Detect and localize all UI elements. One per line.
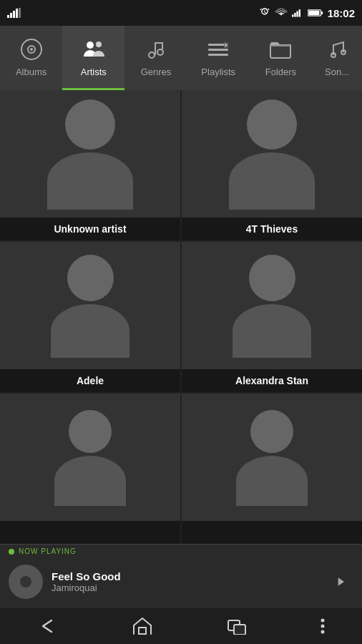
mobile-signal-icon [292,8,303,18]
svg-rect-7 [296,11,298,17]
artist-name-adele: Adele [0,369,180,392]
svg-point-33 [321,619,325,623]
track-info: Feel So Good Jamiroquai [52,570,319,593]
svg-rect-4 [19,8,21,18]
tab-artists[interactable]: Artists [62,26,124,90]
svg-rect-3 [16,9,18,18]
songs-icon [324,36,350,62]
artist-cell-6[interactable] [182,394,362,544]
svg-rect-11 [308,11,319,15]
svg-rect-27 [270,45,290,47]
artist-cell-alexandra-stan[interactable]: Alexandra Stan [182,242,362,392]
tab-playlists[interactable]: Playlists [187,26,250,90]
svg-point-16 [96,42,102,47]
artist-cell-5[interactable] [0,394,180,544]
chevron-right-icon [333,575,348,589]
playlists-icon [205,36,231,62]
tab-albums[interactable]: Albums [0,26,62,90]
svg-point-17 [149,52,155,58]
now-playing-bar[interactable]: NOW PLAYING Feel So Good Jamiroquai [0,544,362,608]
artist-name-unknown: Unknown artist [0,218,180,240]
artists-icon [81,36,107,62]
tab-artists-label: Artists [81,67,107,77]
now-playing-label: NOW PLAYING [19,547,77,555]
svg-rect-2 [13,11,15,18]
battery-icon [308,9,323,17]
artist-avatar-unknown [0,90,180,219]
svg-rect-8 [298,9,300,16]
svg-rect-20 [162,42,163,49]
artist-avatar-6 [182,394,362,522]
artist-avatar-alexandra-stan [182,242,362,371]
more-options-button[interactable] [321,618,325,635]
alarm-icon [259,7,270,19]
more-icon [321,618,325,635]
tab-songs-label: Son... [325,67,349,77]
home-button[interactable] [132,617,152,635]
tab-albums-label: Albums [16,67,47,77]
track-artist: Jamiroquai [52,582,319,593]
artist-avatar-5 [0,394,180,522]
back-button[interactable] [37,618,59,635]
tab-folders-label: Folders [265,67,296,77]
svg-rect-5 [292,14,293,16]
svg-point-35 [321,630,325,634]
tab-songs[interactable]: Son... [312,26,362,90]
status-time: 18:02 [328,7,355,19]
svg-rect-10 [321,11,323,14]
now-playing-content[interactable]: Feel So Good Jamiroquai [0,555,362,608]
recents-icon [227,618,247,635]
track-title: Feel So Good [52,570,319,582]
artist-cell-adele[interactable]: Adele [0,242,180,392]
tab-playlists-label: Playlists [201,67,235,77]
recents-button[interactable] [227,618,247,635]
artist-name-6 [182,521,362,544]
album-art [9,565,43,599]
artist-cell-unknown[interactable]: Unknown artist [0,90,180,240]
svg-rect-24 [208,54,228,56]
svg-rect-30 [139,628,146,634]
signal-bars-icon [7,8,21,18]
now-playing-dot [9,549,14,555]
svg-point-34 [321,625,325,628]
home-icon [132,617,152,635]
svg-point-15 [87,42,94,49]
artist-name-4t-thieves: 4T Thieves [182,218,362,240]
artist-avatar-4t-thieves [182,90,362,219]
bottom-nav-bar [0,608,362,644]
svg-rect-0 [7,15,9,18]
svg-point-21 [157,49,163,55]
artist-cell-4t-thieves[interactable]: 4T Thieves [182,90,362,240]
svg-rect-32 [234,625,245,635]
album-art-inner [20,576,31,587]
artists-grid: Unknown artist 4T Thieves Adele [0,90,362,544]
play-next-button[interactable] [328,569,353,595]
genres-icon [143,36,169,62]
svg-point-14 [30,48,33,51]
albums-icon [19,36,44,62]
artist-name-5 [0,521,180,544]
tab-genres-label: Genres [141,67,172,77]
svg-rect-18 [155,42,156,55]
tab-folders[interactable]: Folders [250,26,312,90]
wifi-icon [275,8,288,18]
svg-rect-6 [294,13,295,17]
artist-avatar-adele [0,242,180,371]
now-playing-label-row: NOW PLAYING [0,545,362,555]
svg-rect-23 [208,49,228,51]
status-bar: 18:02 [0,0,362,26]
tab-genres[interactable]: Genres [124,26,187,90]
status-bar-right: 18:02 [259,7,355,19]
tab-bar: Albums Artists Genres [0,26,362,90]
folders-icon [268,36,293,62]
artist-name-alexandra-stan: Alexandra Stan [182,369,362,392]
svg-rect-1 [10,13,12,18]
status-bar-left [7,8,21,18]
back-icon [37,618,59,635]
